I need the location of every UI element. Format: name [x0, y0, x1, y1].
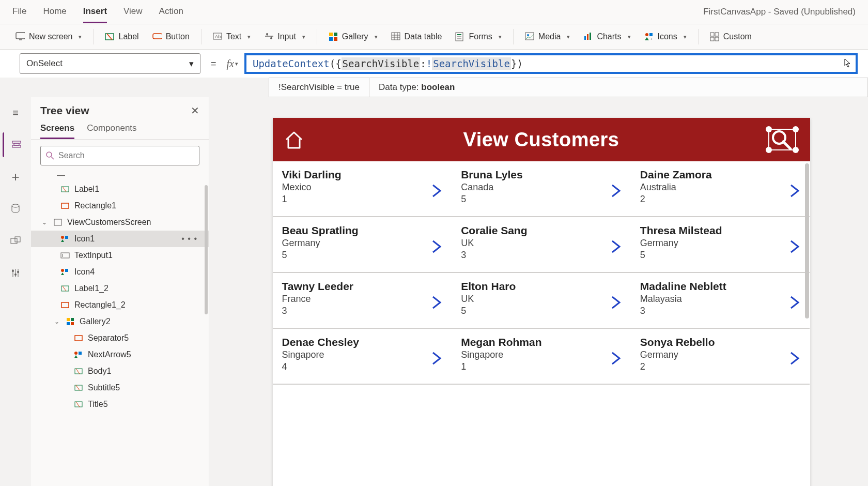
svg-line-52: [51, 157, 54, 159]
chevron-right-icon[interactable]: [609, 351, 623, 366]
menu-action[interactable]: Action: [159, 1, 183, 23]
gallery-cell[interactable]: Megan RohmanSingapore1: [452, 329, 631, 385]
tree-item-nextarrow5[interactable]: NextArrow5: [31, 346, 209, 363]
home-icon[interactable]: [283, 129, 305, 151]
text-button[interactable]: Abc Text▾: [208, 29, 256, 44]
property-dropdown[interactable]: OnSelect ▾: [20, 53, 200, 74]
chevron-right-icon[interactable]: [788, 351, 801, 366]
add-icon[interactable]: +: [3, 164, 28, 189]
svg-rect-44: [15, 237, 20, 242]
fx-icon[interactable]: fx ▾: [227, 58, 238, 70]
button-button[interactable]: Button: [147, 29, 195, 44]
tab-components[interactable]: Components: [87, 123, 136, 139]
gallery-cell[interactable]: Bruna LylesCanada5: [452, 161, 631, 217]
chevron-right-icon[interactable]: [430, 239, 443, 254]
customer-name: Megan Rohman: [461, 336, 622, 348]
tree-scrollbar[interactable]: [205, 185, 208, 314]
advanced-icon[interactable]: [3, 261, 28, 285]
tree-item-body1[interactable]: Body1: [31, 363, 209, 379]
customer-number: 2: [640, 361, 801, 372]
data-icon[interactable]: [3, 196, 28, 221]
gallery-cell[interactable]: Madaline NeblettMalayasia3: [631, 273, 810, 329]
tree-item-icon1[interactable]: Icon1 • • •: [31, 231, 209, 247]
hamburger-icon[interactable]: ≡: [3, 100, 28, 125]
chevron-right-icon[interactable]: [788, 239, 801, 254]
close-icon[interactable]: ✕: [191, 104, 199, 117]
screen-icon: [53, 219, 63, 226]
chevron-right-icon[interactable]: [609, 295, 623, 310]
label-button[interactable]: Label: [100, 29, 144, 44]
new-screen-button[interactable]: New screen▾: [10, 29, 87, 44]
datatable-button[interactable]: Data table: [386, 29, 447, 44]
svg-marker-32: [645, 37, 649, 40]
customer-number: 1: [461, 361, 622, 372]
customer-country: Singapore: [282, 350, 443, 360]
search-network-icon[interactable]: [765, 125, 800, 154]
svg-rect-40: [12, 145, 21, 147]
svg-rect-58: [65, 236, 68, 239]
icons-button[interactable]: + Icons▾: [639, 29, 692, 44]
menu-file[interactable]: File: [12, 1, 26, 23]
custom-button[interactable]: Custom: [705, 29, 757, 44]
formula-input[interactable]: UpdateContext({SearchVisible: !SearchVis…: [244, 53, 858, 74]
tree-item-separator5[interactable]: Separator5: [31, 330, 209, 346]
svg-point-51: [47, 152, 52, 157]
svg-rect-28: [587, 34, 588, 40]
chevron-down-icon: ▾: [628, 34, 631, 40]
tree-item-textinput1[interactable]: TextInput1: [31, 247, 209, 264]
menu-view[interactable]: View: [123, 1, 143, 23]
charts-icon: [583, 32, 593, 41]
media-pane-icon[interactable]: [3, 229, 28, 253]
tree-item-subtitle5[interactable]: Subtitle5: [31, 379, 209, 396]
tree-item-viewcustomersscreen[interactable]: ⌄ ViewCustomersScreen: [31, 214, 209, 231]
gallery-cell[interactable]: Daine ZamoraAustralia2: [631, 161, 810, 217]
chevron-right-icon[interactable]: [430, 183, 443, 199]
input-icon: [264, 32, 273, 41]
chevron-down-icon: ▾: [567, 34, 570, 40]
tree-search[interactable]: [40, 146, 199, 165]
svg-point-48: [12, 270, 14, 272]
chevron-right-icon[interactable]: [609, 183, 623, 199]
gallery-button[interactable]: Gallery▾: [323, 29, 383, 44]
chevron-right-icon[interactable]: [430, 295, 443, 310]
gallery-cell[interactable]: Beau SpratlingGermany5: [273, 217, 452, 273]
menu-home[interactable]: Home: [43, 1, 66, 23]
rectangle-icon: [60, 301, 70, 309]
tab-screens[interactable]: Screens: [40, 123, 74, 139]
gallery-cell[interactable]: Elton HaroUK5: [452, 273, 631, 329]
gallery-cell[interactable]: Tawny LeederFrance3: [273, 273, 452, 329]
tree-item-title5[interactable]: Title5: [31, 396, 209, 413]
gallery-cell[interactable]: Coralie SangUK3: [452, 217, 631, 273]
chevron-right-icon[interactable]: [788, 295, 801, 310]
tree-item-rectangle1[interactable]: Rectangle1: [31, 198, 209, 214]
svg-rect-4: [153, 34, 162, 39]
search-input[interactable]: [58, 151, 194, 160]
gallery-cell[interactable]: Denae ChesleySingapore4: [273, 329, 452, 385]
more-icon[interactable]: • • •: [181, 234, 203, 244]
chevron-right-icon[interactable]: [430, 351, 443, 366]
tree-item-label1-2[interactable]: Label1_2: [31, 280, 209, 297]
charts-button[interactable]: Charts▾: [578, 29, 636, 44]
menu-insert[interactable]: Insert: [83, 1, 107, 23]
tree-item-gallery2[interactable]: ⌄ Gallery2: [31, 313, 209, 330]
customer-country: Mexico: [282, 182, 443, 193]
gallery-cell[interactable]: Sonya RebelloGermany2: [631, 329, 810, 385]
textinput-icon: [60, 252, 70, 259]
gallery-cell[interactable]: Viki DarlingMexico1: [273, 161, 452, 217]
gallery-cell[interactable]: Thresa MilsteadGermany5: [631, 217, 810, 273]
input-button[interactable]: Input▾: [259, 29, 311, 44]
svg-rect-78: [75, 385, 82, 390]
tree-view-icon[interactable]: [3, 132, 27, 157]
customer-country: Australia: [640, 182, 801, 193]
media-button[interactable]: Media▾: [520, 29, 576, 44]
svg-line-3: [107, 34, 112, 40]
svg-line-79: [76, 385, 80, 390]
forms-button[interactable]: Forms▾: [450, 29, 506, 44]
tree-item-icon4[interactable]: Icon4: [31, 264, 209, 280]
svg-point-73: [74, 352, 78, 355]
tree-item-label1[interactable]: Label1: [31, 181, 209, 198]
tree-item-rectangle1-2[interactable]: Rectangle1_2: [31, 297, 209, 313]
chevron-right-icon[interactable]: [788, 183, 801, 199]
chevron-right-icon[interactable]: [609, 239, 623, 254]
gallery-scrollbar[interactable]: [805, 163, 809, 318]
